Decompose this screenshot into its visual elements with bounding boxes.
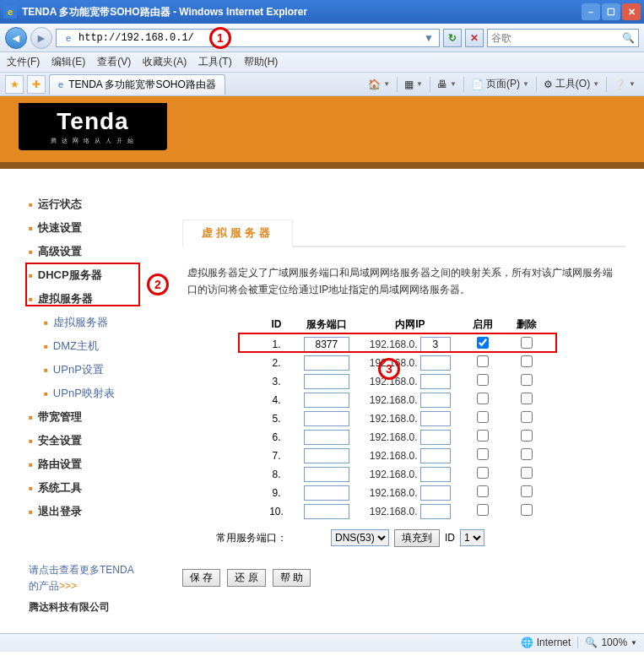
url-dropdown-icon[interactable]: ▼	[420, 32, 437, 44]
search-input[interactable]	[491, 32, 622, 44]
enable-checkbox[interactable]	[477, 467, 489, 479]
go-refresh-button[interactable]: ↻	[443, 29, 462, 47]
enable-checkbox[interactable]	[477, 504, 489, 516]
enable-checkbox[interactable]	[477, 430, 489, 442]
ip-input[interactable]	[420, 485, 451, 501]
port-input[interactable]	[304, 393, 349, 408]
save-button[interactable]: 保 存	[182, 569, 220, 587]
window-maximize-button[interactable]: ☐	[602, 3, 620, 20]
feeds-button[interactable]: ▦▼	[401, 79, 426, 90]
lan-prefix: 192.168.0.	[370, 376, 418, 387]
browser-tab[interactable]: e TENDA 多功能宽带SOHO路由器	[49, 74, 225, 95]
delete-checkbox[interactable]	[521, 374, 533, 386]
ip-input[interactable]	[420, 467, 451, 482]
sidebar-item-13[interactable]: 退出登录	[29, 500, 177, 523]
port-input[interactable]	[304, 355, 349, 371]
security-zone[interactable]: 🌐 Internet	[521, 637, 571, 648]
help-button[interactable]: 帮 助	[273, 569, 311, 587]
port-input[interactable]	[304, 467, 349, 482]
menu-file[interactable]: 文件(F)	[7, 55, 40, 69]
search-box[interactable]: 🔍	[487, 29, 639, 47]
tools-menu[interactable]: ⚙工具(O)▼	[540, 77, 603, 91]
menu-favorites[interactable]: 收藏夹(A)	[143, 55, 187, 69]
enable-checkbox[interactable]	[477, 374, 489, 386]
sidebar-item-2[interactable]: 高级设置	[29, 240, 177, 263]
sidebar-item-3[interactable]: DHCP服务器	[29, 263, 177, 287]
delete-checkbox[interactable]	[521, 485, 533, 497]
ip-input[interactable]	[420, 504, 451, 519]
sidebar-item-6[interactable]: DMZ主机	[29, 334, 177, 358]
port-input[interactable]	[304, 374, 349, 389]
home-button[interactable]: 🏠▼	[365, 79, 393, 90]
url-input[interactable]	[78, 32, 420, 44]
forward-button[interactable]: ►	[30, 27, 52, 49]
search-icon[interactable]: 🔍	[622, 32, 635, 44]
enable-checkbox[interactable]	[477, 485, 489, 497]
back-button[interactable]: ◄	[5, 27, 27, 49]
delete-checkbox[interactable]	[521, 337, 533, 349]
sidebar-item-1[interactable]: 快速设置	[29, 216, 177, 240]
lan-prefix: 192.168.0.	[370, 394, 418, 406]
favorites-add-icon[interactable]: ✚	[27, 75, 46, 94]
port-input[interactable]	[304, 504, 349, 519]
port-input[interactable]	[304, 485, 349, 501]
sidebar-item-4[interactable]: 虚拟服务器	[29, 287, 177, 311]
print-button[interactable]: 🖶▼	[434, 79, 460, 90]
port-input[interactable]	[304, 430, 349, 445]
enable-checkbox[interactable]	[477, 411, 489, 423]
favorites-star-icon[interactable]: ★	[5, 75, 24, 94]
delete-checkbox[interactable]	[521, 504, 533, 516]
ip-input[interactable]	[420, 411, 451, 426]
common-port-select[interactable]: DNS(53)	[331, 529, 389, 546]
fill-id-select[interactable]: 1	[460, 529, 484, 546]
ip-input[interactable]	[420, 393, 451, 408]
sidebar-item-9[interactable]: 带宽管理	[29, 405, 177, 429]
sidebar-item-12[interactable]: 系统工具	[29, 476, 177, 500]
window-close-button[interactable]: ✕	[622, 3, 641, 20]
delete-checkbox[interactable]	[521, 448, 533, 460]
menu-tools[interactable]: 工具(T)	[198, 55, 231, 69]
page-menu[interactable]: 📄页面(P)▼	[468, 77, 533, 91]
sidebar-item-5[interactable]: 虚拟服务器	[29, 311, 177, 334]
delete-checkbox[interactable]	[521, 467, 533, 479]
delete-checkbox[interactable]	[521, 411, 533, 423]
ip-input[interactable]	[420, 355, 451, 371]
menu-help[interactable]: 帮助(H)	[244, 55, 279, 69]
ip-input[interactable]	[420, 430, 451, 445]
help-button[interactable]: ❔▼	[610, 79, 639, 90]
menu-edit[interactable]: 编辑(E)	[51, 55, 85, 69]
enable-checkbox[interactable]	[477, 448, 489, 460]
fill-to-button[interactable]: 填充到	[394, 529, 440, 547]
lan-prefix: 192.168.0.	[370, 413, 418, 425]
sidebar-item-0[interactable]: 运行状态	[29, 192, 177, 216]
ip-input[interactable]	[420, 374, 451, 389]
sidebar-item-11[interactable]: 路由设置	[29, 452, 177, 476]
delete-checkbox[interactable]	[521, 430, 533, 442]
ip-input[interactable]	[420, 337, 451, 352]
enable-checkbox[interactable]	[477, 337, 489, 349]
sidebar-nav: 运行状态快速设置高级设置DHCP服务器虚拟服务器虚拟服务器DMZ主机UPnP设置…	[0, 169, 177, 633]
window-minimize-button[interactable]: –	[582, 3, 600, 20]
delete-checkbox[interactable]	[521, 355, 533, 367]
sidebar-item-7[interactable]: UPnP设置	[29, 358, 177, 382]
ip-input[interactable]	[420, 448, 451, 463]
content-tab-virtual-server[interactable]: 虚拟服务器	[182, 219, 293, 247]
common-port-row: 常用服务端口： DNS(53) 填充到 ID 1	[182, 529, 625, 547]
enable-checkbox[interactable]	[477, 393, 489, 404]
enable-checkbox[interactable]	[477, 355, 489, 367]
restore-button[interactable]: 还 原	[227, 569, 265, 587]
port-input[interactable]	[304, 337, 349, 352]
lan-prefix: 192.168.0.	[370, 487, 418, 499]
port-input[interactable]	[304, 411, 349, 426]
lan-prefix: 192.168.0.	[370, 357, 418, 369]
globe-icon: 🌐	[521, 637, 533, 648]
stop-button[interactable]: ✕	[465, 29, 484, 47]
delete-checkbox[interactable]	[521, 393, 533, 404]
address-bar[interactable]: e ▼	[56, 29, 440, 47]
menu-view[interactable]: 查看(V)	[97, 55, 131, 69]
sidebar-item-10[interactable]: 安全设置	[29, 429, 177, 452]
port-input[interactable]	[304, 448, 349, 463]
company-link[interactable]: 腾达科技有限公司	[29, 601, 110, 613]
sidebar-item-8[interactable]: UPnP映射表	[29, 382, 177, 405]
zoom-control[interactable]: 🔍 100% ▼	[577, 637, 637, 648]
